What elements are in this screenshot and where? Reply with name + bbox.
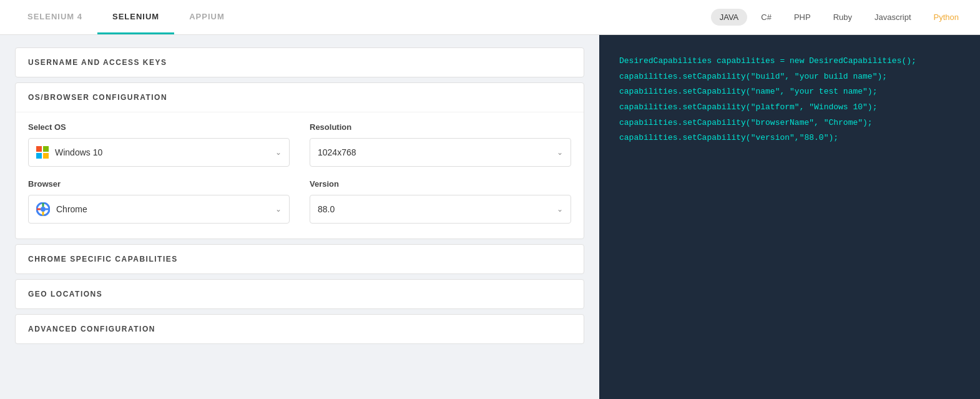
browser-chevron-icon: ⌄ (275, 205, 282, 214)
os-resolution-row: Select OS Windows 10 ⌄ Resolu (28, 122, 571, 167)
code-panel: DesiredCapabilities capabilities = new D… (599, 35, 980, 399)
chrome-icon (36, 202, 50, 216)
lang-php[interactable]: PHP (785, 9, 820, 26)
left-panel: USERNAME AND ACCESS KEYS OS/BROWSER CONF… (0, 35, 599, 399)
windows-icon (36, 146, 49, 159)
geo-locations-header[interactable]: GEO LOCATIONS (16, 280, 584, 308)
version-label: Version (310, 179, 571, 189)
lang-java[interactable]: JAVA (711, 9, 748, 26)
resolution-chevron-icon: ⌄ (557, 148, 563, 157)
advanced-config-section: ADVANCED CONFIGURATION (15, 314, 584, 344)
code-line-4: capabilities.setCapability("platform", "… (619, 100, 960, 116)
nav-language-buttons: JAVA C# PHP Ruby Javascript Python (711, 9, 968, 26)
resolution-value: 1024x768 (318, 147, 557, 157)
lang-ruby[interactable]: Ruby (825, 9, 861, 26)
chrome-capabilities-section: CHROME SPECIFIC CAPABILITIES (15, 244, 584, 274)
browser-form-group: Browser (28, 179, 290, 224)
browser-version-row: Browser (28, 179, 571, 224)
os-chevron-icon: ⌄ (275, 148, 282, 157)
advanced-config-header[interactable]: ADVANCED CONFIGURATION (16, 315, 584, 343)
os-browser-section: OS/BROWSER CONFIGURATION Select OS Windo… (15, 82, 584, 239)
code-line-3: capabilities.setCapability("name", "your… (619, 84, 960, 100)
version-select[interactable]: 88.0 ⌄ (310, 195, 571, 224)
top-navigation: SELENIUM 4 SELENIUM APPIUM JAVA C# PHP R… (0, 0, 980, 35)
username-keys-header[interactable]: USERNAME AND ACCESS KEYS (16, 48, 584, 77)
browser-value: Chrome (56, 204, 275, 214)
code-line-5: capabilities.setCapability("browserName"… (619, 116, 960, 131)
code-line-2: capabilities.setCapability("build", "you… (619, 69, 960, 85)
nav-left-tabs: SELENIUM 4 SELENIUM APPIUM (12, 1, 711, 34)
chrome-capabilities-header[interactable]: CHROME SPECIFIC CAPABILITIES (16, 245, 584, 273)
lang-csharp[interactable]: C# (752, 9, 780, 26)
tab-appium[interactable]: APPIUM (174, 1, 240, 34)
version-chevron-icon: ⌄ (557, 205, 563, 214)
code-line-6: capabilities.setCapability("version","88… (619, 131, 960, 146)
os-value: Windows 10 (55, 147, 275, 157)
resolution-form-group: Resolution 1024x768 ⌄ (310, 122, 571, 167)
os-label: Select OS (28, 122, 290, 132)
code-block: DesiredCapabilities capabilities = new D… (619, 54, 960, 146)
os-browser-header[interactable]: OS/BROWSER CONFIGURATION (16, 83, 584, 112)
svg-point-1 (41, 207, 46, 212)
resolution-label: Resolution (310, 122, 571, 132)
resolution-select[interactable]: 1024x768 ⌄ (310, 138, 571, 167)
os-select[interactable]: Windows 10 ⌄ (28, 138, 290, 167)
username-keys-section: USERNAME AND ACCESS KEYS (15, 47, 584, 77)
os-form-group: Select OS Windows 10 ⌄ (28, 122, 290, 167)
tab-selenium4[interactable]: SELENIUM 4 (12, 1, 97, 34)
code-line-1: DesiredCapabilities capabilities = new D… (619, 54, 960, 69)
lang-python[interactable]: Python (925, 9, 968, 26)
lang-javascript[interactable]: Javascript (866, 9, 920, 26)
browser-select[interactable]: Chrome ⌄ (28, 195, 290, 224)
version-value: 88.0 (318, 204, 557, 214)
browser-label: Browser (28, 179, 290, 189)
geo-locations-section: GEO LOCATIONS (15, 279, 584, 309)
main-layout: USERNAME AND ACCESS KEYS OS/BROWSER CONF… (0, 35, 980, 399)
os-browser-body: Select OS Windows 10 ⌄ Resolu (16, 112, 584, 239)
tab-selenium[interactable]: SELENIUM (97, 1, 174, 34)
version-form-group: Version 88.0 ⌄ (310, 179, 571, 224)
